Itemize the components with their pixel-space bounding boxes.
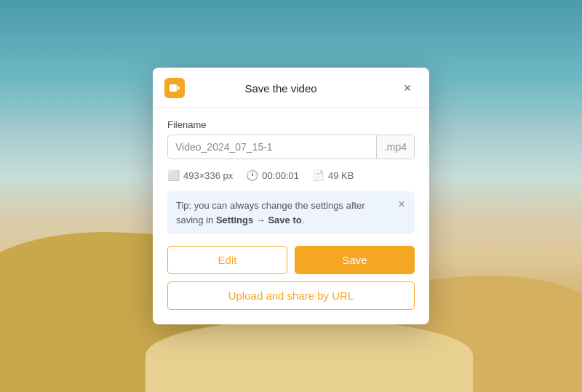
filename-label: Filename <box>167 119 415 130</box>
dimensions-value: 493×336 px <box>183 170 233 181</box>
save-button[interactable]: Save <box>295 246 415 274</box>
primary-buttons-row: Edit Save <box>167 246 415 274</box>
tip-box: Tip: you can always change the settings … <box>167 191 415 234</box>
tip-bold: Settings → Save to <box>216 215 302 225</box>
duration-value: 00:00:01 <box>262 170 299 181</box>
upload-button[interactable]: Upload and share by URL <box>167 281 415 310</box>
dialog-title: Save the video <box>164 82 397 95</box>
filename-input[interactable] <box>168 135 376 159</box>
tip-suffix: . <box>302 215 305 225</box>
dialog-header: Save the video × <box>153 68 429 108</box>
size-value: 49 KB <box>328 170 354 181</box>
edit-button[interactable]: Edit <box>167 246 287 274</box>
dialog-overlay: Save the video × Filename .mp4 ⬜ 493×336… <box>0 0 582 392</box>
save-dialog: Save the video × Filename .mp4 ⬜ 493×336… <box>153 68 429 324</box>
duration-icon: 🕐 <box>246 169 258 181</box>
dialog-body: Filename .mp4 ⬜ 493×336 px 🕐 00:00:01 📄 … <box>153 108 429 324</box>
meta-duration: 🕐 00:00:01 <box>246 169 299 181</box>
close-button[interactable]: × <box>397 78 418 98</box>
tip-close-button[interactable]: × <box>394 197 409 212</box>
size-icon: 📄 <box>312 169 324 181</box>
dimensions-icon: ⬜ <box>167 169 180 181</box>
meta-dimensions: ⬜ 493×336 px <box>167 169 233 181</box>
filename-field-row: .mp4 <box>167 135 415 159</box>
tip-text: Tip: you can always change the settings … <box>176 200 365 225</box>
meta-size: 📄 49 KB <box>312 169 354 181</box>
meta-row: ⬜ 493×336 px 🕐 00:00:01 📄 49 KB <box>167 169 415 181</box>
filename-extension: .mp4 <box>376 135 414 159</box>
